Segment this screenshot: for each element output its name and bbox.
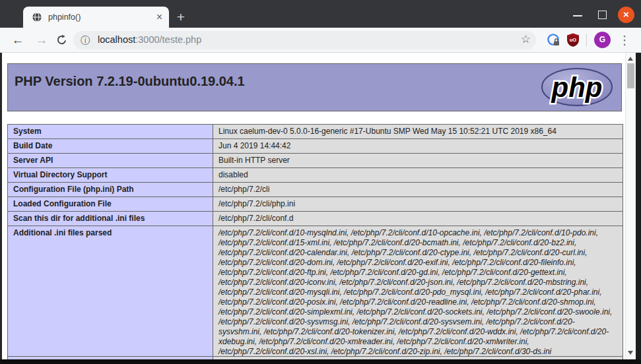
php-logo: php [538,66,617,109]
table-row-virtual-directory: Virtual Directory Support disabled [8,168,623,183]
browser-menu-icon[interactable]: ⋮ [616,28,633,52]
maximize-button[interactable] [598,11,607,19]
tab-close-icon[interactable]: × [156,12,162,22]
table-row-loaded-config: Loaded Configuration File /etc/php/7.2/c… [8,197,623,212]
row-value: Jun 4 2019 14:44:42 [213,139,623,154]
row-label: Additional .ini files parsed [8,226,213,359]
php-info-table: System Linux caelum-dev-0 5.0.0-16-gener… [7,124,623,359]
row-label: Build Date [8,139,213,154]
ublock-extension-icon[interactable]: uO [566,28,580,52]
ublock-label: uO [570,37,577,43]
row-value: /etc/php/7.2/cli [213,183,623,197]
url-bar[interactable]: ⓘ localhost:3000/teste.php ☆ [73,31,536,49]
table-row-build-date: Build Date Jun 4 2019 14:44:42 [8,139,623,154]
page-title: PHP Version 7.2.19-0ubuntu0.19.04.1 [8,64,621,89]
scroll-down-icon[interactable] [628,351,633,355]
table-row-system: System Linux caelum-dev-0 5.0.0-16-gener… [8,125,623,139]
url-path: :3000/teste.php [135,34,201,45]
tab-strip: phpinfo() × + × [0,0,641,28]
globe-favicon [32,12,42,22]
window-bottom-border [0,359,641,364]
scroll-up-icon[interactable] [628,57,633,61]
row-value: /etc/php/7.2/cli/conf.d/10-mysqlnd.ini, … [213,226,623,359]
row-value: Built-in HTTP server [213,154,623,168]
new-tab-button[interactable]: + [172,9,189,26]
tab-title: phpinfo() [48,13,156,22]
forward-icon: → [32,28,51,52]
table-row-config-path: Configuration File (php.ini) Path /etc/p… [8,183,623,197]
row-label: Server API [8,154,213,168]
row-label: Scan this dir for additional .ini files [8,212,213,226]
toolbar-divider [586,34,587,47]
php-logo-text: php [551,72,603,103]
row-label: Virtual Directory Support [8,168,213,183]
url-host: localhost [98,34,135,45]
row-label: Configuration File (php.ini) Path [8,183,213,197]
url-text[interactable]: localhost:3000/teste.php [98,31,201,49]
back-icon[interactable]: ← [8,28,28,52]
browser-toolbar: ← → ⓘ localhost:3000/teste.php ☆ [0,28,641,53]
row-label: Loaded Configuration File [8,197,213,212]
row-value: /etc/php/7.2/cli/conf.d [213,212,623,226]
php-version-header: PHP Version 7.2.19-0ubuntu0.19.04.1 php [7,63,622,111]
reload-icon[interactable] [52,28,71,52]
table-row-server-api: Server API Built-in HTTP server [8,154,623,168]
table-row-scan-dir: Scan this dir for additional .ini files … [8,212,623,226]
row-value: /etc/php/7.2/cli/php.ini [213,197,623,212]
row-value: disabled [213,168,623,183]
window-left-border [0,53,2,364]
info-icon[interactable]: ⓘ [81,31,90,49]
minimize-button[interactable] [573,15,582,16]
bookmark-star-icon[interactable]: ☆ [521,31,531,49]
tab-phpinfo[interactable]: phpinfo() × [23,7,169,28]
scrollbar-thumb[interactable] [627,63,634,88]
window-right-border [636,53,641,364]
browser-window: phpinfo() × + × ← → ⓘ localhost:3000/tes… [0,0,641,364]
onepassword-extension-icon[interactable] [546,28,560,52]
table-row-additional-ini: Additional .ini files parsed /etc/php/7.… [8,226,623,359]
page-scrollbar[interactable] [625,53,636,359]
profile-avatar[interactable]: G [594,32,611,48]
row-label: System [8,125,213,139]
window-close-button[interactable]: × [618,7,634,23]
row-value: Linux caelum-dev-0 5.0.0-16-generic #17-… [213,125,623,139]
